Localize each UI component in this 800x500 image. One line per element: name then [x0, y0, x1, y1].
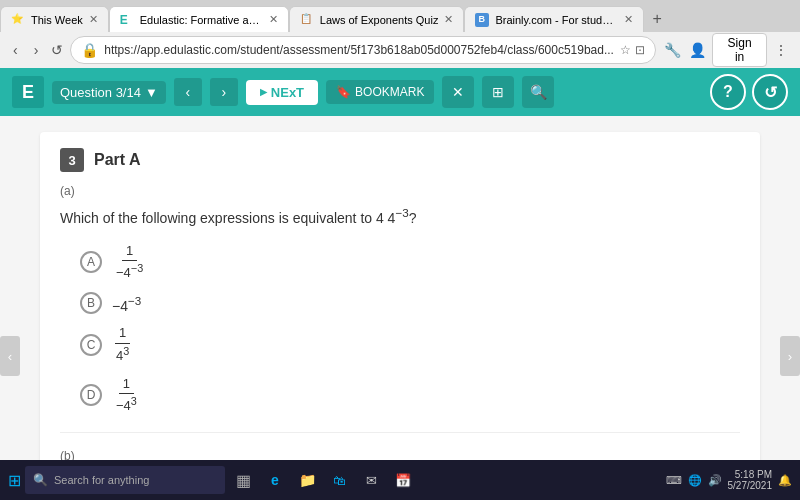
tab-favicon-2: E: [120, 13, 134, 27]
taskbar-search-bar[interactable]: 🔍 Search for anything: [25, 466, 225, 494]
tab-label-4: Brainly.com - For students. By s...: [495, 14, 618, 26]
browser-actions: 🔧 👤 Sign in ⋮: [662, 33, 792, 67]
tray-date: 5/27/2021: [728, 480, 773, 491]
url-text: https://app.edulastic.com/student/assess…: [104, 43, 614, 57]
option-a-denominator: −4−3: [112, 261, 147, 283]
question-card: 3 Part A (a) Which of the following expr…: [40, 132, 760, 500]
option-a-fraction: 1 −4−3: [112, 242, 147, 283]
question-stem: Which of the following expressions is eq…: [60, 210, 384, 226]
part-number: 3: [60, 148, 84, 172]
section-divider: [60, 432, 740, 433]
tab-label-2: Edulastic: Formative and Summ...: [140, 14, 263, 26]
user-profile-button[interactable]: 👤: [687, 38, 708, 62]
tab-favicon-1: ⭐: [11, 13, 25, 27]
more-options-button[interactable]: ⋮: [771, 38, 792, 62]
screen-mirror-icon[interactable]: ⊡: [635, 43, 645, 57]
lock-icon: 🔒: [81, 42, 98, 58]
option-a-content: 1 −4−3: [112, 242, 147, 283]
sign-in-button[interactable]: Sign in: [712, 33, 766, 67]
taskbar-file-icon[interactable]: 📁: [293, 466, 321, 494]
taskbar-pinned-apps: ▦ e 📁 🛍 ✉ 📅: [229, 466, 417, 494]
refresh-icon: ↺: [764, 83, 777, 102]
option-c-numerator: 1: [115, 324, 130, 343]
bookmark-button[interactable]: 🔖 BOOKMARK: [326, 80, 434, 104]
sub-label-a: (a): [60, 184, 740, 198]
forward-button[interactable]: ›: [29, 38, 44, 62]
option-d[interactable]: D 1 −43: [80, 375, 740, 416]
option-c[interactable]: C 1 43: [80, 324, 740, 365]
option-d-denominator: −43: [112, 394, 141, 416]
back-button[interactable]: ‹: [8, 38, 23, 62]
close-button[interactable]: ✕: [442, 76, 474, 108]
taskbar-search-text: Search for anything: [54, 474, 149, 486]
question-nav: Question 3/14 ▼: [52, 81, 166, 104]
left-nav-button[interactable]: ‹: [0, 336, 20, 376]
dropdown-icon[interactable]: ▼: [145, 85, 158, 100]
tray-datetime: 5:18 PM 5/27/2021: [728, 469, 773, 491]
search-button[interactable]: 🔍: [522, 76, 554, 108]
tray-time: 5:18 PM: [728, 469, 773, 480]
extensions-button[interactable]: 🔧: [662, 38, 683, 62]
option-b-content: −4−3: [112, 294, 141, 314]
url-bar[interactable]: 🔒 https://app.edulastic.com/student/asse…: [70, 36, 656, 64]
tab-laws-exponents[interactable]: 📋 Laws of Exponents Quiz ✕: [289, 6, 465, 32]
question-exponent: −3: [395, 206, 408, 219]
tab-close-2[interactable]: ✕: [269, 13, 278, 26]
bookmark-icon: 🔖: [336, 85, 351, 99]
tab-close-1[interactable]: ✕: [89, 13, 98, 26]
part-a-title: Part A: [94, 151, 141, 169]
taskbar-mail-icon[interactable]: ✉: [357, 466, 385, 494]
option-d-numerator: 1: [119, 375, 134, 394]
url-actions: ☆ ⊡: [620, 43, 645, 57]
prev-question-button[interactable]: ‹: [174, 78, 202, 106]
taskbar-widgets-icon[interactable]: ▦: [229, 466, 257, 494]
right-buttons: ? ↺: [710, 74, 788, 110]
option-c-denominator: 43: [112, 344, 133, 366]
tab-close-4[interactable]: ✕: [624, 13, 633, 26]
next-arrow-button[interactable]: ›: [210, 78, 238, 106]
option-b[interactable]: B −4−3: [80, 292, 740, 314]
option-d-circle: D: [80, 384, 102, 406]
question-label: Question 3/14: [60, 85, 141, 100]
next-button[interactable]: NExT: [246, 80, 318, 105]
taskbar-edge-icon[interactable]: e: [261, 466, 289, 494]
option-a[interactable]: A 1 −4−3: [80, 242, 740, 283]
taskbar-store-icon[interactable]: 🛍: [325, 466, 353, 494]
taskbar-calendar-icon[interactable]: 📅: [389, 466, 417, 494]
bookmark-label: BOOKMARK: [355, 85, 424, 99]
reload-button[interactable]: ↺: [50, 38, 65, 62]
tray-network-icon[interactable]: 🌐: [688, 474, 702, 487]
next-label: NExT: [271, 85, 304, 100]
tray-keyboard-icon[interactable]: ⌨: [666, 474, 682, 487]
option-d-content: 1 −43: [112, 375, 141, 416]
part-a-header: 3 Part A: [60, 148, 740, 172]
option-c-circle: C: [80, 334, 102, 356]
tray-notification-icon[interactable]: 🔔: [778, 474, 792, 487]
question-text: Which of the following expressions is eq…: [60, 206, 740, 226]
tray-volume-icon[interactable]: 🔊: [708, 474, 722, 487]
taskbar: ⊞ 🔍 Search for anything ▦ e 📁 🛍 ✉ 📅 ⌨ 🌐 …: [0, 460, 800, 500]
option-c-fraction: 1 43: [112, 324, 133, 365]
tab-this-week[interactable]: ⭐ This Week ✕: [0, 6, 109, 32]
tab-close-3[interactable]: ✕: [444, 13, 453, 26]
taskbar-search-icon: 🔍: [33, 473, 48, 487]
windows-start-button[interactable]: ⊞: [8, 471, 21, 490]
option-a-numerator: 1: [122, 242, 137, 261]
option-c-content: 1 43: [112, 324, 133, 365]
right-nav-button[interactable]: ›: [780, 336, 800, 376]
question-suffix: ?: [409, 210, 417, 226]
question-base: 4−3: [384, 210, 409, 226]
info-button[interactable]: ?: [710, 74, 746, 110]
refresh-button[interactable]: ↺: [752, 74, 788, 110]
tab-edulastic[interactable]: E Edulastic: Formative and Summ... ✕: [109, 6, 289, 32]
add-tab-button[interactable]: +: [644, 6, 669, 32]
tab-brainly[interactable]: B Brainly.com - For students. By s... ✕: [464, 6, 644, 32]
app-toolbar: E Question 3/14 ▼ ‹ › NExT 🔖 BOOKMARK ✕ …: [0, 68, 800, 116]
option-d-exp: 3: [131, 395, 137, 407]
option-c-exp: 3: [123, 345, 129, 357]
option-b-exp: −3: [128, 294, 141, 307]
bookmark-star-icon[interactable]: ☆: [620, 43, 631, 57]
browser-chrome: ⭐ This Week ✕ E Edulastic: Formative and…: [0, 0, 800, 68]
info-icon: ?: [723, 83, 733, 101]
grid-button[interactable]: ⊞: [482, 76, 514, 108]
